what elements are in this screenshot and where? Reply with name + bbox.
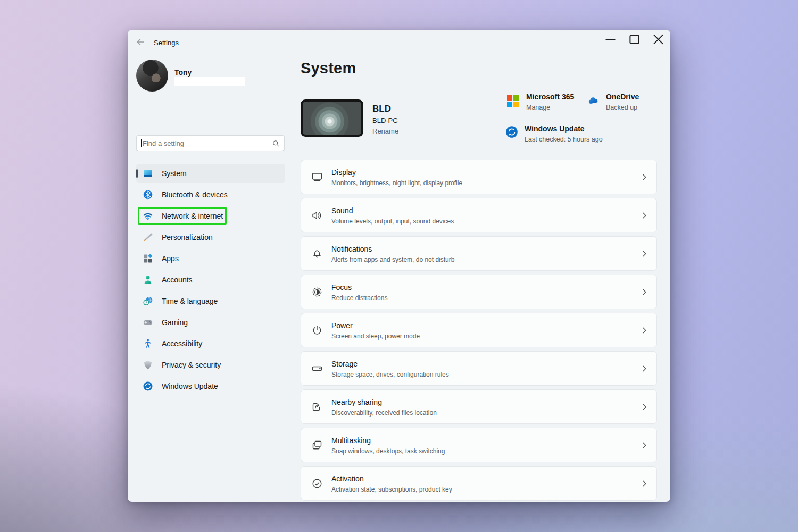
card-title: Power — [331, 321, 353, 330]
chevron-right-icon — [639, 402, 649, 412]
card-subtitle: Screen and sleep, power mode — [331, 332, 420, 340]
sidebar-item-label: Apps — [162, 254, 179, 263]
status-title: Windows Update — [525, 124, 603, 134]
settings-card-sound[interactable]: SoundVolume levels, output, input, sound… — [301, 198, 657, 232]
status-card-onedrive[interactable]: OneDrive Backed up — [587, 93, 639, 111]
multitasking-icon — [311, 439, 323, 452]
search-input[interactable]: Find a setting — [136, 135, 285, 151]
sidebar-item-apps[interactable]: Apps — [136, 249, 285, 268]
card-title: Focus — [331, 283, 352, 292]
sidebar-item-personalization[interactable]: Personalization — [136, 228, 285, 247]
search-icon — [272, 139, 280, 147]
search-placeholder: Find a setting — [143, 139, 272, 147]
device-id: BLD-PC — [372, 117, 398, 124]
apps-icon — [143, 253, 153, 264]
person-icon — [143, 275, 153, 285]
card-subtitle: Discoverability, received files location — [331, 409, 437, 417]
settings-card-focus[interactable]: FocusReduce distractions — [301, 275, 657, 309]
card-subtitle: Alerts from apps and system, do not dist… — [331, 256, 454, 263]
card-title: Activation — [331, 475, 364, 483]
settings-card-nearby-sharing[interactable]: Nearby sharingDiscoverability, received … — [301, 389, 657, 424]
settings-card-activation[interactable]: ActivationActivation state, subscription… — [301, 466, 657, 501]
sidebar-item-gaming[interactable]: Gaming — [136, 313, 285, 332]
card-subtitle: Reduce distractions — [331, 294, 387, 302]
windows-update-icon — [505, 126, 518, 138]
accessibility-icon — [143, 338, 153, 349]
status-title: OneDrive — [606, 93, 639, 102]
status-subtitle: Manage — [526, 104, 574, 111]
brush-icon — [143, 232, 153, 243]
status-card-windows-update[interactable]: Windows Update Last checked: 5 hours ago — [505, 124, 603, 143]
notifications-icon — [311, 247, 323, 260]
chevron-right-icon — [639, 440, 649, 450]
selection-indicator — [136, 169, 138, 178]
activation-icon — [311, 477, 323, 490]
rename-link[interactable]: Rename — [372, 127, 398, 135]
card-subtitle: Activation state, subscriptions, product… — [331, 486, 452, 493]
card-title: Multitasking — [331, 436, 371, 445]
sidebar-nav: System Bluetooth & devices Network & int… — [136, 164, 285, 398]
gamepad-icon — [143, 317, 153, 328]
device-thumbnail — [301, 99, 363, 137]
chevron-right-icon — [639, 211, 649, 220]
settings-card-notifications[interactable]: NotificationsAlerts from apps and system… — [301, 236, 657, 271]
onedrive-icon — [587, 94, 600, 106]
power-icon — [311, 324, 323, 337]
card-title: Nearby sharing — [331, 398, 382, 406]
settings-list: DisplayMonitors, brightness, night light… — [301, 160, 657, 504]
sidebar-item-label: System — [162, 169, 187, 178]
settings-card-power[interactable]: PowerScreen and sleep, power mode — [301, 313, 657, 347]
sidebar-item-accounts[interactable]: Accounts — [136, 270, 285, 289]
window-title: Settings — [154, 39, 179, 47]
chevron-right-icon — [639, 287, 649, 297]
user-email-redacted — [174, 77, 245, 86]
sidebar-item-accessibility[interactable]: Accessibility — [136, 334, 285, 353]
settings-card-storage[interactable]: StorageStorage space, drives, configurat… — [301, 351, 657, 386]
shield-icon — [143, 360, 153, 370]
device-name: BLD — [372, 104, 391, 114]
sidebar-item-label: Accessibility — [162, 339, 202, 348]
sidebar-item-label: Bluetooth & devices — [162, 190, 228, 199]
card-subtitle: Monitors, brightness, night light, displ… — [331, 179, 462, 187]
avatar — [136, 60, 168, 92]
windows-update-icon — [143, 381, 153, 392]
sidebar-item-windows-update[interactable]: Windows Update — [136, 377, 285, 396]
card-subtitle: Volume levels, output, input, sound devi… — [331, 218, 454, 225]
wifi-icon — [143, 211, 153, 221]
sidebar-item-privacy-security[interactable]: Privacy & security — [136, 355, 285, 375]
settings-card-multitasking[interactable]: MultitaskingSnap windows, desktops, task… — [301, 428, 657, 462]
sidebar-item-time-language[interactable]: Time & language — [136, 292, 285, 311]
focus-icon — [311, 286, 323, 298]
chevron-right-icon — [639, 249, 649, 259]
sidebar-item-label: Gaming — [162, 318, 188, 327]
sound-icon — [311, 209, 323, 222]
status-card-microsoft-365[interactable]: Microsoft 365 Manage — [507, 93, 574, 111]
chevron-right-icon — [639, 326, 649, 335]
microsoft-365-icon — [507, 94, 520, 106]
card-subtitle: Snap windows, desktops, task switching — [331, 447, 445, 455]
page-title: System — [301, 60, 356, 77]
nearby-sharing-icon — [311, 401, 323, 413]
card-title: Storage — [331, 360, 358, 368]
sidebar-item-network-internet[interactable]: Network & internet — [136, 206, 285, 226]
text-cursor — [141, 139, 142, 147]
chevron-right-icon — [639, 172, 649, 182]
chevron-right-icon — [639, 479, 649, 488]
sidebar-item-label: Time & language — [162, 297, 218, 305]
sidebar-item-label: Personalization — [162, 233, 213, 242]
storage-icon — [311, 362, 323, 375]
clock-globe-icon — [143, 296, 153, 306]
sidebar-item-bluetooth-devices[interactable]: Bluetooth & devices — [136, 185, 285, 204]
status-subtitle: Last checked: 5 hours ago — [525, 136, 603, 143]
back-button[interactable] — [135, 37, 146, 47]
main-content: System BLD BLD-PC Rename Microsoft 365 M… — [301, 30, 657, 502]
sidebar-item-label: Network & internet — [162, 212, 223, 220]
status-title: Microsoft 365 — [526, 93, 574, 102]
settings-card-display[interactable]: DisplayMonitors, brightness, night light… — [301, 160, 657, 194]
card-title: Notifications — [331, 245, 372, 253]
sidebar-item-label: Accounts — [162, 276, 193, 284]
sidebar-item-system[interactable]: System — [136, 164, 285, 183]
back-arrow-icon — [135, 37, 146, 47]
chevron-right-icon — [639, 364, 649, 373]
sidebar-item-label: Privacy & security — [162, 361, 221, 369]
